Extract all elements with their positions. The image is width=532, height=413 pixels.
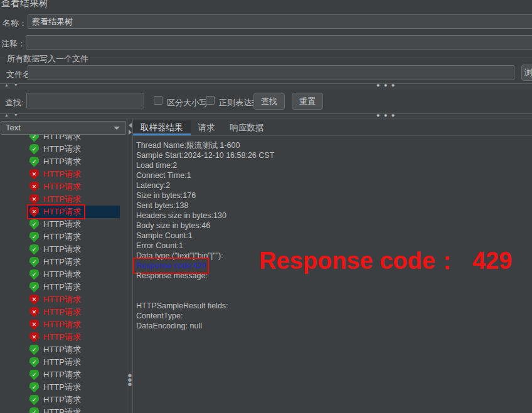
result-line: Latency:2 bbox=[136, 180, 532, 191]
comment-label: 注释： bbox=[1, 38, 26, 50]
tree-item-content: ✕HTTP请求 bbox=[28, 331, 84, 343]
tree-item-content: ✓HTTP请求 bbox=[28, 394, 84, 406]
splitter-grip-icon: ● ● ● bbox=[376, 112, 396, 118]
tree-item-http-request[interactable]: ✕HTTP请求 bbox=[0, 206, 126, 218]
error-shield-icon: ✕ bbox=[29, 182, 39, 192]
tree-item-http-request[interactable]: ✓HTTP请求 bbox=[0, 231, 126, 243]
tab-sampler-result[interactable]: 取样器结果 bbox=[133, 120, 191, 135]
vertical-splitter[interactable]: ●●● bbox=[127, 119, 133, 413]
search-input[interactable] bbox=[26, 93, 144, 108]
case-sensitive-checkbox[interactable] bbox=[154, 96, 162, 105]
tree-item-content: ✓HTTP请求 bbox=[28, 155, 84, 168]
tree-item-http-request[interactable]: ✓HTTP请求 bbox=[0, 356, 126, 369]
error-shield-icon: ✕ bbox=[29, 207, 39, 217]
horizontal-splitter-top[interactable]: ▲ ▼ ● ● ● bbox=[0, 83, 532, 88]
tree-item-label: HTTP请求 bbox=[43, 194, 81, 205]
tree-item-content: ✓HTTP请求 bbox=[28, 381, 84, 394]
tree-item-http-request[interactable]: ✓HTTP请求 bbox=[0, 268, 126, 281]
collapse-left-arrow-icon[interactable] bbox=[129, 123, 132, 128]
success-shield-icon: ✓ bbox=[29, 407, 39, 413]
tree-item-http-request[interactable]: ✓HTTP请求 bbox=[0, 281, 126, 293]
reset-button[interactable]: 重置 bbox=[292, 93, 323, 110]
tree-item-content: ✓HTTP请求 bbox=[28, 243, 84, 256]
tree-item-http-request[interactable]: ✓HTTP请求 bbox=[0, 218, 126, 231]
tree-item-content: ✓HTTP请求 bbox=[28, 356, 84, 369]
tree-item-content: ✓HTTP请求 bbox=[28, 231, 84, 243]
tree-item-http-request[interactable]: ✓HTTP请求 bbox=[0, 143, 126, 155]
tree-item-label: HTTP请求 bbox=[43, 319, 81, 330]
tree-item-content: ✓HTTP请求 bbox=[28, 256, 84, 268]
splitter-collapse-arrows-icon[interactable]: ▲ ▼ bbox=[4, 113, 20, 117]
result-line: Connect Time:1 bbox=[136, 170, 532, 180]
result-line: Sample Start:2024-12-10 16:58:26 CST bbox=[136, 150, 532, 160]
tree-item-http-request[interactable]: ✓HTTP请求 bbox=[0, 406, 126, 413]
success-shield-icon: ✓ bbox=[29, 357, 39, 368]
tree-item-http-request[interactable]: ✓HTTP请求 bbox=[0, 243, 126, 256]
filename-input[interactable] bbox=[28, 65, 514, 80]
tree-item-content: ✕HTTP请求 bbox=[28, 168, 84, 180]
comment-input[interactable] bbox=[26, 35, 532, 50]
result-tabs-bar: 取样器结果 请求 响应数据 bbox=[133, 120, 532, 136]
regex-checkbox[interactable] bbox=[206, 96, 215, 105]
tree-item-http-request[interactable]: ✕HTTP请求 bbox=[0, 318, 126, 331]
tab-response-data[interactable]: 响应数据 bbox=[223, 120, 272, 135]
success-shield-icon: ✓ bbox=[29, 345, 39, 355]
tree-item-http-request[interactable]: ✓HTTP请求 bbox=[0, 381, 126, 394]
tree-item-http-request[interactable]: ✓HTTP请求 bbox=[0, 256, 126, 268]
horizontal-splitter-bottom[interactable]: ▲ ▼ ● ● ● bbox=[0, 113, 532, 118]
tree-item-label: HTTP请求 bbox=[43, 357, 81, 368]
tree-item-content: ✓HTTP请求 bbox=[28, 281, 84, 293]
tree-item-label: HTTP请求 bbox=[43, 206, 81, 217]
tree-item-http-request[interactable]: ✓HTTP请求 bbox=[0, 369, 126, 381]
tree-item-http-request[interactable]: ✕HTTP请求 bbox=[0, 193, 126, 206]
tree-item-label: HTTP请求 bbox=[43, 231, 81, 243]
tree-item-http-request[interactable]: ✓HTTP请求 bbox=[0, 394, 126, 406]
result-line: ContentType: bbox=[136, 311, 532, 321]
tree-item-http-request[interactable]: ✓HTTP请求 bbox=[0, 343, 126, 356]
sampler-result-content: Thread Name:限流测试 1-600Sample Start:2024-… bbox=[136, 140, 532, 331]
tree-item-http-request[interactable]: ✕HTTP请求 bbox=[0, 306, 126, 318]
tree-item-http-request[interactable]: ✕HTTP请求 bbox=[0, 180, 126, 193]
tree-item-http-request[interactable]: ✓HTTP请求 bbox=[0, 155, 126, 168]
tree-item-label: HTTP请求 bbox=[43, 294, 81, 305]
result-line: Body size in bytes:46 bbox=[136, 221, 532, 231]
find-button[interactable]: 查找 bbox=[253, 93, 285, 110]
tab-request[interactable]: 请求 bbox=[191, 120, 223, 135]
tree-item-content: ✕HTTP请求 bbox=[28, 318, 84, 331]
search-filter-dropdown[interactable]: Text bbox=[1, 121, 126, 135]
splitter-grip-icon: ● ● ● bbox=[376, 82, 396, 88]
error-shield-icon: ✕ bbox=[29, 307, 39, 318]
tree-item-http-request[interactable]: ✕HTTP请求 bbox=[0, 293, 126, 306]
result-line bbox=[136, 291, 532, 301]
tree-item-label: HTTP请求 bbox=[43, 306, 81, 318]
results-tree-panel: Text ✓HTTP请求✓HTTP请求✓HTTP请求✕HTTP请求✕HTTP请求… bbox=[0, 119, 126, 413]
success-shield-icon: ✓ bbox=[29, 257, 39, 268]
success-shield-icon: ✓ bbox=[29, 370, 39, 380]
error-shield-icon: ✕ bbox=[29, 194, 39, 205]
error-shield-icon: ✕ bbox=[29, 169, 39, 180]
splitter-collapse-arrows-icon[interactable]: ▲ ▼ bbox=[4, 83, 20, 87]
tree-item-label: HTTP请求 bbox=[43, 344, 81, 355]
tree-item-content: ✓HTTP请求 bbox=[28, 406, 84, 413]
result-line: HTTPSampleResult fields: bbox=[136, 301, 532, 311]
tree-item-content: ✓HTTP请求 bbox=[28, 343, 84, 356]
success-shield-icon: ✓ bbox=[29, 382, 39, 393]
response-code-value: Response code:429 bbox=[136, 261, 206, 271]
result-line: Sent bytes:138 bbox=[136, 201, 532, 211]
name-label: 名称： bbox=[3, 18, 27, 29]
tree-item-label: HTTP请求 bbox=[43, 144, 81, 155]
success-shield-icon: ✓ bbox=[29, 232, 39, 243]
success-shield-icon: ✓ bbox=[29, 244, 39, 255]
tree-item-http-request[interactable]: ✕HTTP请求 bbox=[0, 168, 126, 180]
tree-item-content: ✓HTTP请求 bbox=[28, 369, 84, 381]
response-code-annotation: Response code： 429 bbox=[259, 245, 512, 277]
result-line: Headers size in bytes:130 bbox=[136, 211, 532, 221]
case-sensitive-label: 区分大小写 bbox=[167, 97, 208, 108]
tree-item-content: ✕HTTP请求 bbox=[28, 193, 84, 206]
tree-item-http-request[interactable]: ✕HTTP请求 bbox=[0, 331, 126, 343]
browse-button[interactable]: 浏览... bbox=[521, 65, 532, 81]
name-input[interactable] bbox=[28, 14, 532, 29]
error-shield-icon: ✕ bbox=[29, 320, 39, 330]
tree-item-label: HTTP请求 bbox=[43, 244, 81, 255]
collapse-right-arrow-icon[interactable] bbox=[129, 130, 132, 135]
